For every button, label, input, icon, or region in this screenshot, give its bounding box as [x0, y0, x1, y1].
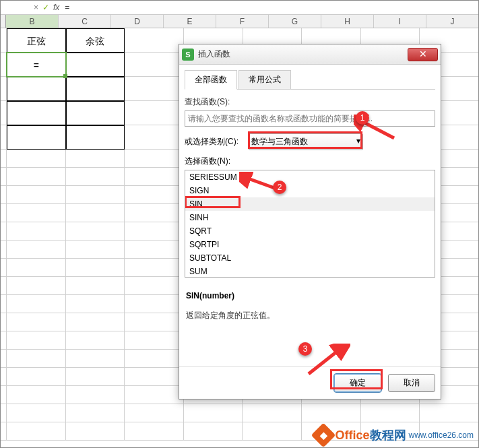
col-header-g[interactable]: G: [269, 15, 321, 28]
cell[interactable]: [66, 404, 125, 422]
col-header-b[interactable]: B: [6, 15, 59, 28]
cell-c1[interactable]: 余弦: [66, 28, 125, 53]
cell[interactable]: [66, 168, 125, 186]
cancel-formula-icon[interactable]: ×: [34, 3, 38, 12]
col-header-h[interactable]: H: [321, 15, 374, 28]
col-header-j[interactable]: J: [426, 15, 479, 28]
cell-b1[interactable]: 正弦: [7, 28, 66, 53]
accept-formula-icon[interactable]: ✓: [42, 3, 49, 12]
function-item[interactable]: SIGN: [185, 184, 435, 197]
corner-cell[interactable]: [0, 15, 6, 28]
cell[interactable]: [125, 386, 184, 404]
cell[interactable]: [7, 101, 66, 125]
cell[interactable]: [243, 422, 302, 441]
cell[interactable]: [125, 277, 184, 295]
col-header-i[interactable]: I: [374, 15, 426, 28]
cell[interactable]: [7, 186, 66, 204]
cell[interactable]: [7, 150, 66, 168]
cell[interactable]: [66, 77, 125, 101]
fx-icon[interactable]: fx: [53, 3, 59, 12]
cell[interactable]: [66, 277, 125, 295]
ok-button[interactable]: 确定: [334, 374, 381, 392]
function-item[interactable]: SQRTPI: [185, 238, 435, 251]
cell[interactable]: [184, 404, 243, 422]
cell[interactable]: [420, 404, 479, 422]
cell[interactable]: [125, 350, 184, 368]
cell[interactable]: [125, 422, 184, 441]
cell[interactable]: [66, 259, 125, 277]
function-item[interactable]: SQRT: [185, 224, 435, 238]
cell[interactable]: [66, 386, 125, 404]
cell[interactable]: [7, 277, 66, 295]
search-input[interactable]: [185, 110, 435, 127]
cell[interactable]: [66, 222, 125, 241]
cell[interactable]: [7, 241, 66, 259]
cell[interactable]: [7, 204, 66, 222]
cell[interactable]: [125, 331, 184, 350]
cell[interactable]: [125, 222, 184, 241]
cell[interactable]: [66, 125, 125, 150]
tab-common-formulas[interactable]: 常用公式: [238, 70, 291, 89]
cell[interactable]: [125, 241, 184, 259]
cell[interactable]: [7, 350, 66, 368]
cell[interactable]: [7, 125, 66, 150]
cell[interactable]: [66, 331, 125, 350]
cell[interactable]: [125, 259, 184, 277]
cell[interactable]: [7, 77, 66, 101]
cell[interactable]: [7, 295, 66, 313]
formula-value[interactable]: =: [65, 3, 69, 12]
cell[interactable]: [66, 186, 125, 204]
cell[interactable]: [302, 404, 361, 422]
cell[interactable]: [66, 313, 125, 331]
cell[interactable]: [125, 186, 184, 204]
cell[interactable]: [7, 168, 66, 186]
function-item[interactable]: SUBTOTAL: [185, 251, 435, 265]
cell[interactable]: [125, 313, 184, 331]
cell[interactable]: [7, 331, 66, 350]
col-header-f[interactable]: F: [216, 15, 269, 28]
app-icon: S: [182, 49, 194, 61]
col-header-d[interactable]: D: [111, 15, 164, 28]
tab-all-functions[interactable]: 全部函数: [185, 70, 237, 90]
cell[interactable]: [66, 350, 125, 368]
cell[interactable]: [184, 422, 243, 441]
function-item[interactable]: SUM: [185, 265, 435, 278]
cell[interactable]: [66, 368, 125, 386]
cell[interactable]: [7, 313, 66, 331]
function-item[interactable]: SIN: [185, 197, 435, 211]
cell[interactable]: [125, 404, 184, 422]
cell[interactable]: [7, 259, 66, 277]
cell[interactable]: [125, 28, 184, 53]
function-list[interactable]: SERIESSUMSIGNSINSINHSQRTSQRTPISUBTOTALSU…: [185, 170, 435, 278]
cell[interactable]: [7, 222, 66, 241]
function-item[interactable]: SINH: [185, 211, 435, 224]
cell[interactable]: [125, 295, 184, 313]
cancel-button[interactable]: 取消: [388, 374, 435, 392]
cell[interactable]: [66, 101, 125, 125]
cell[interactable]: [7, 386, 66, 404]
cell[interactable]: [66, 241, 125, 259]
cell[interactable]: [7, 422, 66, 441]
cell[interactable]: [125, 368, 184, 386]
cell[interactable]: [361, 404, 420, 422]
col-header-e[interactable]: E: [164, 15, 216, 28]
category-select[interactable]: 数学与三角函数▾: [249, 133, 363, 150]
cell[interactable]: [7, 368, 66, 386]
cell[interactable]: [125, 150, 184, 168]
cell[interactable]: [66, 422, 125, 441]
cell[interactable]: [125, 168, 184, 186]
close-icon[interactable]: ✕: [408, 48, 438, 61]
cell[interactable]: [66, 204, 125, 222]
cell[interactable]: [243, 404, 302, 422]
function-list-label: 选择函数(N):: [185, 156, 435, 167]
dialog-titlebar[interactable]: S 插入函数 ✕: [179, 44, 441, 65]
col-header-c[interactable]: C: [59, 15, 111, 28]
cell[interactable]: [125, 53, 184, 77]
function-item[interactable]: SERIESSUM: [185, 170, 435, 184]
cell[interactable]: [7, 404, 66, 422]
cell[interactable]: [125, 204, 184, 222]
cell[interactable]: [66, 295, 125, 313]
cell-b2-active[interactable]: =: [7, 53, 66, 77]
cell-c2[interactable]: [66, 53, 125, 77]
cell[interactable]: [66, 150, 125, 168]
